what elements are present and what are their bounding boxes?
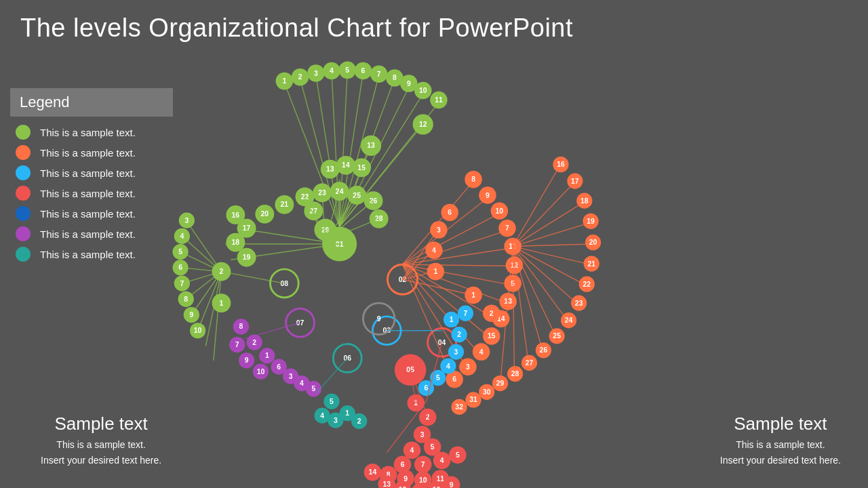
svg-text:4: 4 (440, 457, 444, 464)
legend-panel: Legend This is a sample text. This is a … (10, 88, 173, 267)
svg-text:30: 30 (483, 388, 491, 396)
svg-text:4: 4 (180, 232, 184, 240)
svg-line-141 (403, 264, 507, 303)
legend-dot (16, 125, 31, 140)
svg-line-177 (513, 244, 591, 246)
svg-text:10: 10 (419, 476, 427, 484)
svg-text:10: 10 (419, 87, 427, 94)
bottom-right-caption: Sample text This is a sample text. Inser… (720, 413, 841, 468)
svg-text:7: 7 (235, 341, 239, 348)
svg-text:7: 7 (464, 310, 468, 317)
svg-text:14: 14 (369, 468, 377, 476)
svg-text:2: 2 (357, 418, 361, 425)
svg-line-314 (316, 358, 347, 393)
legend-item: This is a sample text. (10, 145, 173, 160)
svg-text:18: 18 (232, 239, 240, 246)
svg-text:16: 16 (232, 211, 240, 219)
svg-text:29: 29 (496, 380, 505, 387)
legend-label: This is a sample text. (40, 208, 136, 220)
svg-text:28: 28 (511, 370, 519, 378)
svg-text:13: 13 (326, 165, 334, 173)
svg-text:8: 8 (184, 296, 188, 303)
svg-text:18: 18 (580, 197, 589, 205)
legend-item: This is a sample text. (10, 247, 173, 262)
svg-text:14: 14 (342, 161, 350, 169)
svg-text:8: 8 (471, 176, 475, 183)
svg-text:5: 5 (311, 385, 315, 392)
svg-text:04: 04 (438, 339, 446, 346)
svg-text:3: 3 (314, 70, 318, 77)
legend-dot (16, 226, 31, 241)
svg-text:1: 1 (414, 399, 418, 407)
svg-text:24: 24 (336, 188, 344, 195)
svg-text:1: 1 (282, 77, 286, 85)
svg-text:15: 15 (357, 164, 366, 171)
svg-text:2: 2 (252, 339, 256, 346)
svg-line-111 (214, 272, 222, 361)
svg-text:7: 7 (180, 280, 184, 287)
svg-text:4: 4 (479, 348, 484, 356)
svg-text:17: 17 (243, 224, 251, 232)
svg-text:21: 21 (587, 260, 595, 268)
svg-text:1: 1 (220, 300, 224, 307)
svg-text:07: 07 (296, 319, 304, 327)
page-title: The levels Organizational Chart for Powe… (20, 14, 573, 43)
svg-text:9: 9 (245, 357, 249, 364)
svg-text:9: 9 (189, 311, 193, 319)
legend-label: This is a sample text. (40, 127, 136, 138)
legend-header: Legend (10, 88, 173, 117)
svg-text:6: 6 (277, 363, 281, 371)
svg-text:7: 7 (377, 70, 381, 78)
svg-text:27: 27 (526, 359, 534, 367)
svg-text:6: 6 (178, 264, 182, 271)
svg-text:5: 5 (330, 398, 334, 405)
svg-text:17: 17 (571, 178, 579, 185)
svg-text:3: 3 (289, 373, 293, 380)
svg-text:2: 2 (220, 268, 224, 275)
legend-label: This is a sample text. (40, 147, 136, 159)
svg-text:5: 5 (456, 451, 460, 459)
svg-text:6: 6 (424, 384, 428, 392)
svg-text:4: 4 (330, 67, 334, 75)
legend-item: This is a sample text. (10, 165, 173, 180)
svg-text:5: 5 (178, 248, 182, 256)
legend-item: This is a sample text. (10, 226, 173, 241)
svg-text:4: 4 (300, 380, 304, 387)
svg-text:2: 2 (490, 310, 494, 317)
svg-line-175 (513, 202, 584, 246)
legend-label: This is a sample text. (40, 249, 136, 260)
svg-text:20: 20 (261, 210, 269, 218)
svg-text:1: 1 (450, 316, 454, 323)
svg-text:4: 4 (320, 412, 324, 420)
svg-text:8: 8 (239, 323, 243, 330)
svg-text:6: 6 (401, 461, 405, 468)
svg-text:32: 32 (455, 403, 463, 411)
svg-text:10: 10 (496, 207, 504, 215)
svg-text:3: 3 (184, 217, 189, 224)
legend-dot (16, 247, 31, 262)
svg-text:9: 9 (407, 80, 411, 87)
svg-text:31: 31 (469, 396, 477, 403)
svg-text:6: 6 (361, 67, 366, 75)
svg-text:08: 08 (281, 280, 289, 287)
svg-text:4: 4 (446, 363, 450, 370)
svg-text:21: 21 (281, 201, 289, 208)
svg-text:2: 2 (298, 73, 302, 81)
svg-text:4: 4 (432, 247, 436, 254)
svg-text:6: 6 (452, 375, 456, 383)
svg-text:19: 19 (243, 253, 251, 261)
svg-text:16: 16 (557, 161, 565, 168)
svg-text:3: 3 (334, 417, 338, 424)
svg-text:3: 3 (420, 431, 425, 439)
svg-text:12: 12 (419, 121, 427, 128)
bottom-left-caption: Sample text This is a sample text. Inser… (41, 413, 161, 468)
svg-text:26: 26 (540, 346, 548, 354)
svg-text:19: 19 (587, 218, 595, 225)
legend-dot (16, 165, 31, 180)
legend-item: This is a sample text. (10, 186, 173, 201)
svg-text:10: 10 (194, 327, 202, 334)
svg-text:28: 28 (375, 215, 383, 222)
svg-text:6: 6 (448, 209, 452, 216)
legend-dot (16, 186, 31, 201)
svg-text:13: 13 (383, 481, 391, 488)
